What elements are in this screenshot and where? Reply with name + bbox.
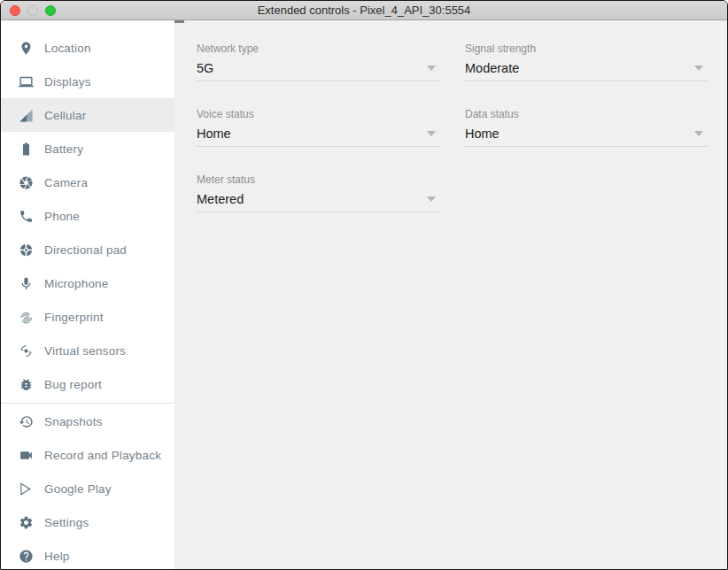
field-value: Moderate xyxy=(465,60,519,76)
sidebar-item-virtual-sensors[interactable]: Virtual sensors xyxy=(1,334,174,367)
window-body: Location Displays Cellular Battery Camer… xyxy=(1,20,727,570)
field-label: Voice status xyxy=(197,108,441,120)
field-label: Network type xyxy=(197,42,441,55)
sidebar-item-label: Battery xyxy=(44,142,83,156)
field-label: Data status xyxy=(465,108,709,120)
displays-icon xyxy=(19,74,34,89)
field-label: Signal strength xyxy=(465,42,709,55)
field-meter-status: Meter status Metered xyxy=(197,173,441,212)
sidebar-item-label: Snapshots xyxy=(44,415,103,428)
sidebar-item-record-and-playback[interactable]: Record and Playback xyxy=(1,438,174,472)
sidebar-item-label: Phone xyxy=(44,210,80,223)
voice-status-dropdown[interactable]: Home xyxy=(197,126,441,147)
sidebar-item-label: Camera xyxy=(44,176,88,189)
field-data-status: Data status Home xyxy=(465,108,709,147)
sidebar-item-label: Record and Playback xyxy=(44,449,161,462)
traffic-lights xyxy=(10,1,56,20)
chevron-down-icon xyxy=(427,65,436,71)
sidebar-item-label: Fingerprint xyxy=(44,311,104,324)
sidebar-item-help[interactable]: Help xyxy=(1,539,174,570)
window-title: Extended controls - Pixel_4_API_30:5554 xyxy=(258,1,471,20)
sidebar-item-label: Settings xyxy=(44,516,89,529)
sidebar-item-phone[interactable]: Phone xyxy=(1,199,174,233)
sidebar-divider xyxy=(1,403,174,404)
sidebar-item-fingerprint[interactable]: Fingerprint xyxy=(1,300,174,334)
sidebar-item-label: Location xyxy=(44,42,91,55)
field-signal-strength: Signal strength Moderate xyxy=(465,42,709,81)
chevron-down-icon xyxy=(694,131,703,136)
bug-report-icon xyxy=(19,377,34,392)
signal-strength-dropdown[interactable]: Moderate xyxy=(465,60,709,81)
sidebar-item-battery[interactable]: Battery xyxy=(1,132,174,166)
network-type-dropdown[interactable]: 5G xyxy=(197,60,441,81)
sidebar-item-cellular[interactable]: Cellular xyxy=(1,98,174,132)
record-playback-icon xyxy=(19,448,34,463)
field-network-type: Network type 5G xyxy=(197,42,441,81)
chevron-down-icon xyxy=(427,131,436,136)
sidebar-item-snapshots[interactable]: Snapshots xyxy=(1,404,174,438)
field-label: Meter status xyxy=(197,173,441,186)
sidebar-item-camera[interactable]: Camera xyxy=(1,166,174,199)
snapshots-icon xyxy=(19,414,34,429)
close-button[interactable] xyxy=(10,5,20,16)
settings-icon xyxy=(19,515,34,530)
cellular-panel: Network type 5G Signal strength Moderate… xyxy=(174,20,727,570)
battery-icon xyxy=(19,142,34,157)
cellular-fields: Network type 5G Signal strength Moderate… xyxy=(197,42,709,212)
data-status-dropdown[interactable]: Home xyxy=(465,126,709,147)
microphone-icon xyxy=(19,276,34,291)
virtual-sensors-icon xyxy=(19,343,34,358)
field-value: Metered xyxy=(197,191,244,207)
titlebar[interactable]: Extended controls - Pixel_4_API_30:5554 xyxy=(1,1,727,20)
sidebar-item-location[interactable]: Location xyxy=(1,31,174,65)
sidebar-nav: Location Displays Cellular Battery Camer… xyxy=(1,20,174,570)
cellular-icon xyxy=(19,108,34,123)
field-value: Home xyxy=(465,126,500,142)
sidebar-item-label: Displays xyxy=(44,75,91,89)
sidebar-item-directional-pad[interactable]: Directional pad xyxy=(1,233,174,266)
sidebar-item-google-play[interactable]: Google Play xyxy=(1,472,174,505)
sidebar-item-label: Microphone xyxy=(44,277,109,290)
field-value: Home xyxy=(197,126,231,142)
location-icon xyxy=(19,41,34,56)
camera-icon xyxy=(19,175,34,190)
sidebar-item-microphone[interactable]: Microphone xyxy=(1,266,174,300)
meter-status-dropdown[interactable]: Metered xyxy=(197,191,441,212)
sidebar-item-label: Virtual sensors xyxy=(44,344,126,358)
chevron-down-icon xyxy=(694,65,703,71)
phone-icon xyxy=(19,209,34,224)
sidebar-item-label: Bug report xyxy=(44,378,102,391)
fingerprint-icon xyxy=(19,310,34,325)
minimize-button[interactable] xyxy=(27,5,38,16)
dpad-icon xyxy=(19,243,34,258)
field-value: 5G xyxy=(197,60,213,76)
scrollbar-thumb[interactable] xyxy=(174,20,184,23)
sidebar-item-label: Directional pad xyxy=(44,243,127,257)
zoom-button[interactable] xyxy=(45,5,56,16)
google-play-icon xyxy=(19,481,34,497)
field-voice-status: Voice status Home xyxy=(197,108,441,147)
sidebar-item-label: Help xyxy=(44,550,70,563)
extended-controls-window: Extended controls - Pixel_4_API_30:5554 … xyxy=(0,0,728,570)
help-icon xyxy=(19,549,34,564)
chevron-down-icon xyxy=(427,196,436,202)
sidebar-item-bug-report[interactable]: Bug report xyxy=(1,367,174,401)
sidebar-item-label: Cellular xyxy=(44,109,86,122)
sidebar-item-label: Google Play xyxy=(44,482,112,496)
sidebar-item-settings[interactable]: Settings xyxy=(1,505,174,539)
sidebar-item-displays[interactable]: Displays xyxy=(1,65,174,98)
